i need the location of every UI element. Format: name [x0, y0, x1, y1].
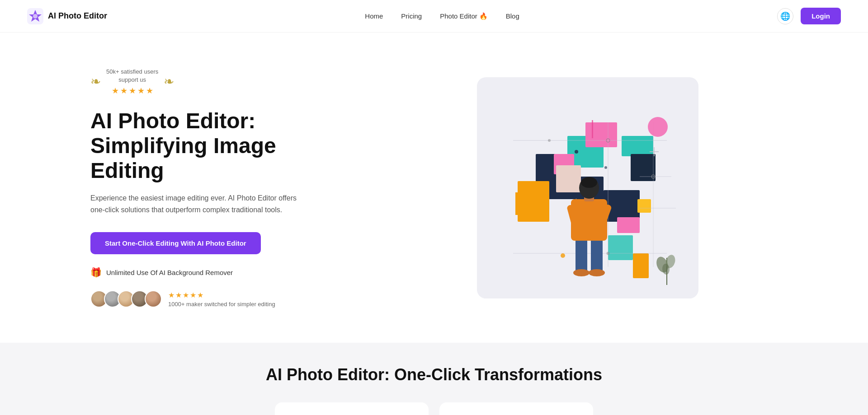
star-5: ★ — [146, 86, 153, 96]
svg-point-31 — [561, 253, 565, 258]
svg-rect-13 — [617, 217, 640, 233]
svg-point-32 — [633, 265, 637, 269]
hero-section: ❧ 50k+ satisfied users support us ★ ★ ★ … — [0, 33, 868, 343]
gift-icon: 🎁 — [90, 267, 102, 278]
badge-stars: ★ ★ ★ ★ ★ — [112, 86, 153, 96]
laurel-left: ❧ — [90, 74, 101, 89]
svg-rect-42 — [576, 238, 587, 271]
globe-icon: 🌐 — [780, 11, 790, 21]
svg-rect-11 — [608, 235, 633, 260]
svg-point-45 — [589, 269, 605, 276]
svg-point-34 — [604, 166, 607, 169]
makers-star-4: ★ — [190, 291, 196, 299]
svg-rect-16 — [622, 136, 653, 156]
hero-description: Experience the easiest image editing eve… — [90, 192, 307, 216]
svg-rect-39 — [592, 120, 593, 138]
svg-point-33 — [575, 150, 578, 154]
svg-point-51 — [581, 177, 597, 188]
fire-icon: 🔥 — [479, 12, 488, 20]
badge-text-block: 50k+ satisfied users support us ★ ★ ★ ★ … — [106, 68, 158, 96]
nav-blog[interactable]: Blog — [506, 12, 519, 20]
hero-image — [477, 77, 698, 298]
makers-star-5: ★ — [197, 291, 203, 299]
login-button[interactable]: Login — [801, 8, 841, 24]
makers-row: ★ ★ ★ ★ ★ 1000+ maker switched for simpl… — [90, 290, 344, 308]
brand-name: AI Photo Editor — [48, 11, 107, 21]
makers-star-2: ★ — [175, 291, 182, 299]
star-2: ★ — [120, 86, 127, 96]
makers-info: ★ ★ ★ ★ ★ 1000+ maker switched for simpl… — [168, 291, 275, 308]
cta-button[interactable]: Start One-Click Editing With AI Photo Ed… — [90, 232, 261, 254]
feature-cards: One-Click Background... Made Exactly As … — [27, 402, 841, 415]
nav-links: Home Pricing Photo Editor 🔥 Blog — [365, 12, 519, 20]
svg-rect-18 — [556, 165, 581, 192]
makers-star-3: ★ — [183, 291, 189, 299]
social-proof-badge: ❧ 50k+ satisfied users support us ★ ★ ★ … — [90, 68, 344, 96]
makers-star-1: ★ — [168, 291, 175, 299]
nav-photo-editor[interactable]: Photo Editor 🔥 — [440, 12, 488, 20]
brand-logo-icon — [27, 8, 43, 24]
avatars-group — [90, 290, 162, 308]
svg-rect-17 — [631, 154, 656, 181]
svg-rect-43 — [591, 238, 603, 271]
svg-point-44 — [573, 269, 590, 276]
nav-right: 🌐 Login — [777, 8, 841, 24]
nav-home[interactable]: Home — [365, 12, 383, 20]
feature-card-1: One-Click Background... — [275, 402, 429, 415]
bottom-section: AI Photo Editor: One-Click Transformatio… — [0, 343, 868, 415]
makers-stars: ★ ★ ★ ★ ★ — [168, 291, 275, 299]
hero-title: AI Photo Editor: Simplifying Image Editi… — [90, 108, 344, 183]
badge-text-line1: 50k+ satisfied users — [106, 68, 158, 76]
svg-point-2 — [33, 14, 38, 19]
hero-illustration — [362, 77, 814, 298]
navbar: AI Photo Editor Home Pricing Photo Edito… — [0, 0, 868, 33]
makers-text: 1000+ maker switched for simpler editing — [168, 301, 275, 308]
bottom-title: AI Photo Editor: One-Click Transformatio… — [27, 365, 841, 384]
star-1: ★ — [112, 86, 119, 96]
hero-content: ❧ 50k+ satisfied users support us ★ ★ ★ … — [90, 68, 344, 308]
feature-card-2: Made Exactly As You... — [439, 402, 593, 415]
globe-button[interactable]: 🌐 — [777, 8, 793, 24]
nav-pricing[interactable]: Pricing — [401, 12, 422, 20]
svg-point-30 — [648, 117, 668, 137]
badge-text-line2: support us — [118, 76, 146, 84]
laurel-right: ❧ — [164, 74, 174, 89]
hero-art-svg — [477, 77, 698, 298]
svg-rect-7 — [585, 122, 617, 147]
svg-rect-19 — [637, 199, 651, 213]
free-feature-text: Unlimited Use Of AI Background Remover — [106, 269, 233, 276]
svg-point-29 — [607, 252, 610, 255]
brand[interactable]: AI Photo Editor — [27, 8, 107, 24]
svg-point-28 — [548, 139, 551, 142]
star-4: ★ — [137, 86, 145, 96]
avatar-5 — [145, 290, 162, 308]
free-feature: 🎁 Unlimited Use Of AI Background Remover — [90, 267, 344, 278]
star-3: ★ — [129, 86, 136, 96]
